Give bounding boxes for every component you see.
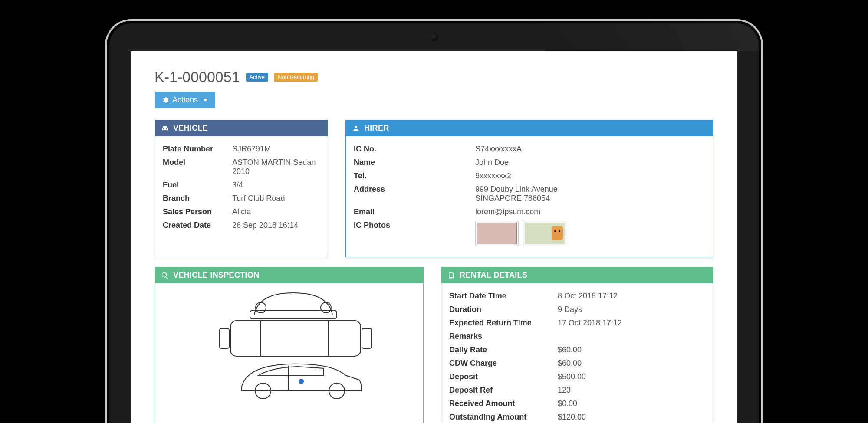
inspection-panel-title: Vehicle Inspection — [173, 271, 259, 280]
avatar-icon — [552, 226, 563, 240]
rental-panel: Rental Details Start Date Time8 Oct 2018… — [441, 267, 713, 423]
inspection-panel: Vehicle Inspection — [155, 267, 424, 423]
label-branch: Branch — [163, 194, 232, 203]
vehicle-panel-title: Vehicle — [173, 124, 208, 133]
page-title: K-1-0000051 — [155, 69, 240, 85]
value-received: $0.00 — [558, 399, 577, 408]
status-badge-active: Active — [246, 73, 268, 82]
search-icon — [161, 272, 169, 279]
value-plate: SJR6791M — [232, 144, 271, 154]
value-sales: Alicia — [232, 207, 251, 216]
value-daily: $60.00 — [558, 345, 582, 354]
value-tel: 9xxxxxxx2 — [475, 171, 511, 180]
label-photos: IC Photos — [354, 221, 475, 246]
label-outstanding: Outstanding Amount — [449, 413, 558, 422]
value-address1: 999 Douby Link Avenue — [475, 185, 558, 194]
value-cdw: $60.00 — [558, 359, 582, 368]
ic-photo-1[interactable] — [475, 221, 519, 246]
label-cdw: CDW Charge — [449, 359, 558, 368]
label-received: Received Amount — [449, 399, 558, 408]
label-fuel: Fuel — [163, 180, 232, 190]
value-duration: 9 Days — [558, 305, 582, 314]
value-expected: 17 Oct 2018 17:12 — [558, 318, 622, 328]
label-duration: Duration — [449, 305, 558, 314]
label-ic: IC No. — [354, 144, 475, 154]
value-created: 26 Sep 2018 16:14 — [232, 221, 298, 230]
rental-panel-title: Rental Details — [460, 271, 527, 280]
device-frame: K-1-0000051 Active Non Recurring Actions… — [105, 19, 763, 423]
car-icon — [161, 125, 169, 132]
svg-rect-5 — [250, 310, 337, 319]
value-fuel: 3/4 — [232, 180, 243, 190]
app-screen: K-1-0000051 Active Non Recurring Actions… — [131, 51, 737, 423]
label-deposit: Deposit — [449, 372, 558, 381]
label-expected: Expected Return Time — [449, 318, 558, 328]
vehicle-diagram[interactable] — [185, 289, 393, 401]
label-daily: Daily Rate — [449, 345, 558, 354]
value-branch: Turf Club Road — [232, 194, 285, 203]
hirer-panel: Hirer IC No.S74xxxxxxxA NameJohn Doe Tel… — [345, 120, 713, 257]
value-depref: 123 — [558, 386, 571, 395]
label-tel: Tel. — [354, 171, 475, 180]
gear-icon — [162, 97, 169, 103]
actions-label: Actions — [172, 95, 198, 105]
chevron-down-icon — [203, 99, 207, 102]
actions-button[interactable]: Actions — [155, 92, 215, 108]
label-email: Email — [354, 207, 475, 216]
value-ic: S74xxxxxxxA — [475, 144, 522, 154]
svg-rect-3 — [220, 328, 229, 348]
label-start: Start Date Time — [449, 292, 558, 301]
value-model: ASTON MARTIN Sedan 2010 — [232, 158, 320, 176]
value-address2: SINGAPORE 786054 — [475, 194, 558, 203]
book-icon — [447, 272, 455, 279]
value-email: lorem@ipsum.com — [475, 207, 540, 216]
user-icon — [352, 125, 360, 132]
label-created: Created Date — [163, 221, 232, 230]
hirer-panel-title: Hirer — [364, 124, 389, 133]
label-address: Address — [354, 185, 475, 203]
value-start: 8 Oct 2018 17:12 — [558, 292, 618, 301]
camera-dot — [430, 33, 438, 41]
label-model: Model — [163, 158, 232, 176]
value-name: John Doe — [475, 158, 509, 167]
vehicle-panel: Vehicle Plate NumberSJR6791M ModelASTON … — [155, 120, 328, 257]
value-outstanding: $120.00 — [558, 413, 586, 422]
damage-marker[interactable] — [299, 379, 304, 384]
label-name: Name — [354, 158, 475, 167]
label-depref: Deposit Ref — [449, 386, 558, 395]
label-sales: Sales Person — [163, 207, 232, 216]
status-badge-recurring: Non Recurring — [274, 73, 318, 82]
ic-photo-2[interactable] — [523, 221, 566, 246]
svg-rect-4 — [362, 328, 372, 348]
label-remarks: Remarks — [449, 332, 558, 341]
value-deposit: $500.00 — [558, 372, 586, 381]
label-plate: Plate Number — [163, 144, 232, 154]
svg-rect-0 — [230, 321, 361, 356]
